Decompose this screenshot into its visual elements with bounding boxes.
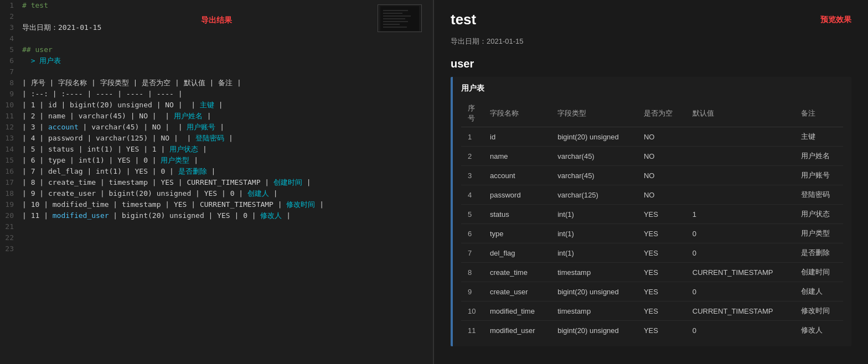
cell-default	[686, 127, 794, 147]
code-line-9: 9 | :--: | :---- | ---- | ---- | ---- |	[0, 89, 433, 100]
code-line-4: 4	[0, 33, 433, 44]
code-line-1: 1 # test	[0, 0, 433, 11]
cell-seq: 7	[461, 243, 483, 263]
code-line-7: 7	[0, 66, 433, 77]
cell-name: create_user	[483, 282, 551, 301]
code-line-5: 5 ## user	[0, 44, 433, 55]
cell-name: modified_user	[483, 321, 551, 340]
cell-type: bigint(20) unsigned	[551, 282, 637, 301]
cell-nullable: NO	[637, 127, 686, 147]
code-line-13: 13 | 4 | password | varchar(125) | NO | …	[0, 133, 433, 144]
cell-default: CURRENT_TIMESTAMP	[686, 301, 794, 321]
cell-comment: 修改人	[794, 321, 843, 340]
cell-name: del_flag	[483, 243, 551, 263]
cell-type: timestamp	[551, 301, 637, 321]
code-line-18: 18 | 9 | create_user | bigint(20) unsign…	[0, 188, 433, 199]
table-section-title: 用户表	[461, 84, 843, 93]
cell-seq: 6	[461, 224, 483, 243]
cell-type: bigint(20) unsigned	[551, 127, 637, 147]
cell-nullable: YES	[637, 301, 686, 321]
cell-name: type	[483, 224, 551, 243]
cell-seq: 1	[461, 127, 483, 147]
cell-type: int(1)	[551, 243, 637, 263]
code-line-14: 14 | 5 | status | int(1) | YES | 1 | 用户状…	[0, 144, 433, 155]
cell-nullable: YES	[637, 263, 686, 282]
preview-header: test 预览效果	[451, 11, 851, 28]
cell-comment: 创建时间	[794, 263, 843, 282]
cell-default	[686, 185, 794, 205]
table-row: 4 password varchar(125) NO 登陆密码	[461, 185, 843, 205]
cell-name: password	[483, 185, 551, 205]
cell-default	[686, 147, 794, 166]
table-row: 9 create_user bigint(20) unsigned YES 0 …	[461, 282, 843, 301]
cell-seq: 3	[461, 166, 483, 185]
code-line-6: 6 > 用户表	[0, 55, 433, 66]
cell-default: 1	[686, 205, 794, 224]
cell-default: 0	[686, 243, 794, 263]
cell-type: int(1)	[551, 205, 637, 224]
export-label: 导出结果	[201, 15, 232, 25]
cell-default: 0	[686, 321, 794, 340]
cell-seq: 4	[461, 185, 483, 205]
cell-nullable: YES	[637, 243, 686, 263]
col-header-type: 字段类型	[551, 100, 637, 127]
cell-seq: 9	[461, 282, 483, 301]
cell-name: id	[483, 127, 551, 147]
code-line-20: 20 | 11 | modified_user | bigint(20) uns…	[0, 210, 433, 221]
cell-seq: 10	[461, 301, 483, 321]
cell-comment: 用户账号	[794, 166, 843, 185]
cell-seq: 8	[461, 263, 483, 282]
cell-name: account	[483, 166, 551, 185]
code-line-11: 11 | 2 | name | varchar(45) | NO | | 用户姓…	[0, 111, 433, 122]
table-row: 2 name varchar(45) NO 用户姓名	[461, 147, 843, 166]
cell-name: create_time	[483, 263, 551, 282]
cell-name: status	[483, 205, 551, 224]
cell-type: varchar(45)	[551, 147, 637, 166]
col-header-nullable: 是否为空	[637, 100, 686, 127]
table-row: 1 id bigint(20) unsigned NO 主键	[461, 127, 843, 147]
cell-default	[686, 166, 794, 185]
code-line-8: 8 | 序号 | 字段名称 | 字段类型 | 是否为空 | 默认值 | 备注 |	[0, 77, 433, 89]
cell-type: varchar(45)	[551, 166, 637, 185]
cell-nullable: NO	[637, 185, 686, 205]
table-container: 用户表 序号 字段名称 字段类型 是否为空 默认值 备注 1 id bigint…	[451, 77, 851, 346]
cell-default: 0	[686, 282, 794, 301]
code-line-19: 19 | 10 | modified_time | timestamp | YE…	[0, 199, 433, 210]
cell-type: timestamp	[551, 263, 637, 282]
cell-name: name	[483, 147, 551, 166]
table-row: 3 account varchar(45) NO 用户账号	[461, 166, 843, 185]
cell-name: modified_time	[483, 301, 551, 321]
col-header-seq: 序号	[461, 100, 483, 127]
left-panel: 导出结果 1 # test 2	[0, 0, 434, 364]
cell-comment: 修改时间	[794, 301, 843, 321]
cell-nullable: NO	[637, 166, 686, 185]
table-row: 11 modified_user bigint(20) unsigned YES…	[461, 321, 843, 340]
cell-seq: 2	[461, 147, 483, 166]
code-editor: 1 # test 2 3 导出日期：2021-01-15 4 5 ## user…	[0, 0, 433, 364]
cell-nullable: YES	[637, 224, 686, 243]
cell-comment: 用户状态	[794, 205, 843, 224]
table-row: 8 create_time timestamp YES CURRENT_TIME…	[461, 263, 843, 282]
right-panel: test 预览效果 导出日期：2021-01-15 user 用户表 序号 字段…	[434, 0, 868, 364]
cell-type: int(1)	[551, 224, 637, 243]
cell-comment: 用户类型	[794, 224, 843, 243]
preview-thumbnail	[378, 4, 422, 32]
cell-default: 0	[686, 224, 794, 243]
code-line-15: 15 | 6 | type | int(1) | YES | 0 | 用户类型 …	[0, 155, 433, 166]
cell-comment: 主键	[794, 127, 843, 147]
code-line-10: 10 | 1 | id | bigint(20) unsigned | NO |…	[0, 100, 433, 111]
table-row: 5 status int(1) YES 1 用户状态	[461, 205, 843, 224]
cell-comment: 登陆密码	[794, 185, 843, 205]
export-date: 导出日期：2021-01-15	[451, 37, 851, 46]
preview-label: 预览效果	[820, 15, 851, 25]
data-table: 序号 字段名称 字段类型 是否为空 默认值 备注 1 id bigint(20)…	[461, 100, 843, 340]
cell-comment: 用户姓名	[794, 147, 843, 166]
col-header-default: 默认值	[686, 100, 794, 127]
document-title: test	[451, 11, 476, 28]
code-line-17: 17 | 8 | create_time | timestamp | YES |…	[0, 177, 433, 188]
cell-seq: 5	[461, 205, 483, 224]
table-row: 6 type int(1) YES 0 用户类型	[461, 224, 843, 243]
code-line-23: 23	[0, 243, 433, 254]
cell-type: bigint(20) unsigned	[551, 321, 637, 340]
cell-nullable: NO	[637, 147, 686, 166]
